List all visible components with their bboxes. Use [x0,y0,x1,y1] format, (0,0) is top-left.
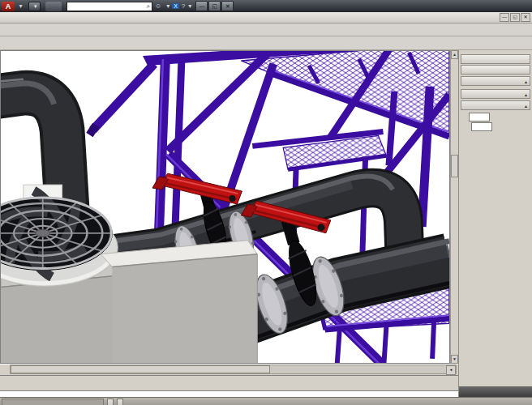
search-input[interactable] [67,2,145,10]
hscroll-left-icon[interactable]: ◂ [446,365,456,375]
search-icon[interactable]: ⌕ [145,2,152,11]
viewport-canvas[interactable] [1,51,449,363]
linear-tool-palette: ▴ ▴ ▴ [458,50,532,397]
elayer-section-header[interactable]: ▴ [461,76,530,86]
scroll-down-icon[interactable]: ▼ [451,355,458,364]
window-controls: — ◱ ✕ [195,1,234,11]
hscroll-thumb[interactable] [11,365,270,373]
workspace-dropdown[interactable]: ▾ [28,2,41,11]
signin-arrow-icon[interactable]: ▾ [165,2,170,10]
command-input[interactable] [0,390,458,397]
autocad-linear-window: A ▾ ▾ ⌕ ☺ ▾ X ? ▾ — ◱ ✕ — ◱ ✕ [0,0,532,405]
command-history[interactable] [0,375,458,390]
modell-button[interactable] [107,399,114,405]
child-close-icon[interactable]: ✕ [521,13,530,22]
window-title [45,2,62,11]
layer-verwaltung-button[interactable] [461,65,530,75]
collapse-arrow-icon: ▴ [525,103,527,109]
minimize-icon[interactable]: — [195,1,208,11]
dimension-input[interactable] [471,122,492,131]
user-icon[interactable]: ☺ [154,2,162,10]
drawing-viewport[interactable] [0,50,450,364]
title-bar: A ▾ ▾ ⌕ ☺ ▾ X ? ▾ — ◱ ✕ [0,0,532,12]
child-window-controls: — ◱ ✕ [500,13,532,22]
scroll-up-icon[interactable]: ▲ [451,50,458,59]
restore-icon[interactable]: ◱ [208,1,221,11]
exchange-icon[interactable]: X [172,3,179,9]
collapse-arrow-icon: ▴ [525,92,527,97]
draw-toolbar-row [0,36,532,50]
viewport-hscrollbar[interactable]: ◂ [10,364,457,374]
darstellung-section-header[interactable]: ▴ [461,100,530,110]
coordinates-display[interactable] [2,399,104,405]
search-box: ⌕ [66,2,152,11]
app-menu-arrow-icon[interactable]: ▾ [16,2,25,11]
viewport-vscrollbar[interactable]: ▲ ▼ [450,50,458,364]
main-area: ▲ ▼ ◂ [0,50,532,397]
standard-toolbar-row [0,23,532,36]
status-bar [0,397,532,405]
chevron-down-icon: ▾ [34,2,37,11]
segmente-input[interactable] [469,113,490,122]
collapse-arrow-icon: ▴ [525,79,527,84]
child-minimize-icon[interactable]: — [500,13,509,22]
annotation-scale-button[interactable] [117,399,123,405]
child-restore-icon[interactable]: ◱ [510,13,520,22]
vscroll-thumb[interactable] [451,155,458,177]
close-icon[interactable]: ✕ [221,1,234,11]
menu-bar: — ◱ ✕ [0,12,532,23]
autocad-logo[interactable]: A [2,2,15,11]
layout-tab-bar: ◂ [0,364,458,375]
quicklayer-button[interactable] [461,54,530,64]
help-arrow-icon[interactable]: ▾ [187,2,192,10]
help-menu-icon[interactable]: ? [181,2,186,10]
palette-footer [459,386,532,397]
foreground-box[interactable] [101,241,257,363]
grafische-elemente-dropdown[interactable]: ▴ [461,89,530,99]
drawing-column: ▲ ▼ ◂ [0,50,458,397]
